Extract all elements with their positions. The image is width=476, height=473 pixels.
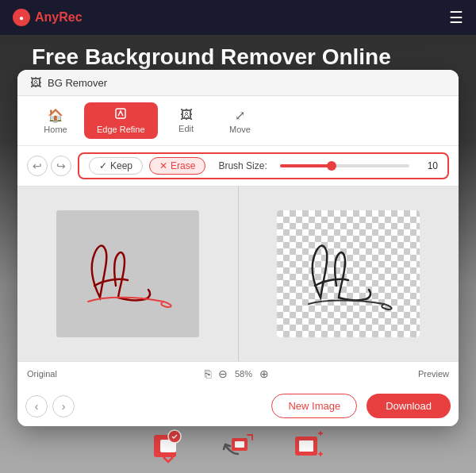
svg-rect-11 [235, 441, 244, 448]
tab-edge-refine-label: Edge Refine [97, 125, 145, 134]
keep-button[interactable]: ✓ Keep [89, 157, 143, 175]
toolbar: ↩ ↪ ✓ Keep ✕ Erase Brush Size: 10 [17, 146, 459, 187]
tab-bar: 🏠 Home Edge Refine 🖼 Edit ⤢ Move [17, 96, 459, 146]
logo: ● AnyRec [13, 9, 83, 26]
canvas-area [17, 187, 459, 361]
tab-edit-label: Edit [178, 124, 194, 133]
feature-icon-1 [149, 427, 187, 465]
bg-remover-modal: 🖼 BG Remover 🏠 Home Edge Refine 🖼 Edit ⤢… [17, 70, 459, 426]
modal-header: 🖼 BG Remover [17, 70, 459, 96]
svg-rect-1 [56, 210, 199, 337]
brush-controls: ✓ Keep ✕ Erase Brush Size: 10 [78, 152, 449, 179]
feature-icon-2 [219, 427, 257, 465]
edge-refine-icon [114, 107, 127, 123]
modal-title: BG Remover [48, 77, 107, 89]
action-bar: ‹ › New Image Download [17, 386, 459, 426]
tab-home-label: Home [44, 125, 67, 134]
preview-canvas-panel [238, 187, 459, 361]
checkmark-icon: ✓ [99, 160, 107, 171]
original-image [56, 210, 199, 337]
original-label: Original [27, 369, 129, 379]
zoom-out-button[interactable]: ⊖ [216, 367, 230, 381]
svg-rect-13 [299, 440, 313, 452]
zoom-controls: ⎘ ⊖ 58% ⊕ [136, 367, 340, 381]
new-image-button[interactable]: New Image [271, 394, 357, 418]
zoom-percent: 58% [235, 369, 252, 379]
brush-size-slider[interactable] [280, 164, 409, 167]
logo-icon: ● [13, 9, 30, 26]
tab-edit[interactable]: 🖼 Edit [161, 103, 212, 138]
move-icon: ⤢ [235, 108, 245, 123]
home-icon: 🏠 [48, 108, 63, 123]
bg-remover-icon: 🖼 [30, 76, 41, 89]
nav-arrows: ‹ › [25, 395, 75, 417]
tab-move[interactable]: ⤢ Move [215, 103, 266, 139]
edit-icon: 🖼 [180, 108, 193, 122]
redo-button[interactable]: ↪ [51, 156, 71, 176]
bottom-feature-icons [0, 427, 476, 465]
top-navigation-bar: ● AnyRec ☰ [0, 0, 476, 35]
hamburger-menu-icon[interactable]: ☰ [449, 8, 463, 27]
next-arrow-button[interactable]: › [52, 395, 75, 417]
zoom-in-button[interactable]: ⊕ [257, 367, 271, 381]
tab-move-label: Move [229, 125, 251, 134]
tab-home[interactable]: 🏠 Home [30, 103, 81, 139]
tab-edge-refine[interactable]: Edge Refine [84, 102, 158, 139]
page-title: Free Background Remover Online [32, 44, 391, 70]
logo-text: AnyRec [35, 10, 83, 25]
brush-size-label: Brush Size: [218, 160, 267, 171]
brush-value-display: 10 [422, 160, 438, 171]
prev-arrow-button[interactable]: ‹ [25, 395, 48, 417]
preview-label: Preview [347, 369, 449, 379]
eraser-icon: ✕ [159, 160, 167, 171]
status-bar: Original ⎘ ⊖ 58% ⊕ Preview [17, 361, 459, 386]
undo-button[interactable]: ↩ [27, 156, 48, 176]
svg-rect-6 [277, 210, 420, 337]
erase-button[interactable]: ✕ Erase [149, 157, 205, 175]
feature-icon-3 [289, 427, 327, 465]
download-button[interactable]: Download [367, 394, 451, 418]
copy-icon[interactable]: ⎘ [205, 367, 211, 380]
original-canvas-panel [17, 187, 238, 361]
preview-image [277, 210, 420, 337]
undo-redo-group: ↩ ↪ [27, 156, 71, 176]
